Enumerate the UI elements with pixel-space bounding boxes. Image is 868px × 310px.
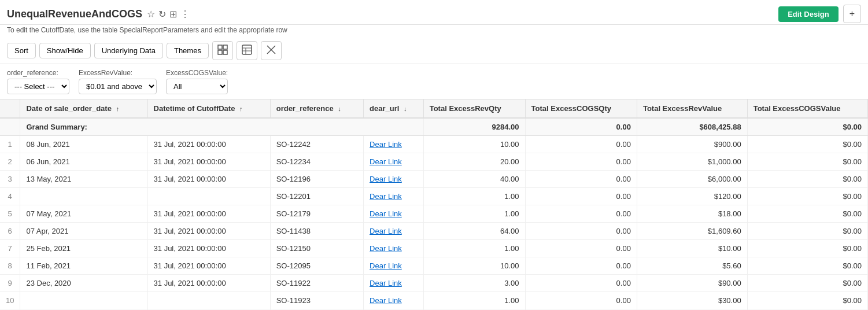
- svg-rect-4: [242, 45, 252, 54]
- table-row: 507 May, 202131 Jul, 2021 00:00:00SO-121…: [0, 205, 868, 223]
- total-excess-cogs-qty-cell: 0.00: [525, 205, 637, 223]
- grand-summary-row: Grand Summary: 9284.00 0.00 $608,425.88 …: [0, 118, 868, 136]
- total-excess-rev-value-cell: $90.00: [637, 275, 747, 292]
- total-excess-rev-qty-cell: 1.00: [423, 292, 525, 309]
- total-excess-cogs-qty-cell: 0.00: [525, 292, 637, 309]
- grid-icon[interactable]: ⊞: [169, 9, 177, 20]
- excess-cogs-value-select[interactable]: All: [166, 79, 228, 94]
- col-header-total-excess-rev-value[interactable]: Total ExcessRevValue: [637, 99, 747, 118]
- table-row: 725 Feb, 202131 Jul, 2021 00:00:00SO-121…: [0, 240, 868, 257]
- total-excess-cogs-qty-cell: 0.00: [525, 136, 637, 153]
- table-view-button[interactable]: [212, 41, 233, 60]
- date-sale-cell: 25 Feb, 2021: [20, 240, 147, 257]
- total-excess-rev-qty-cell: 40.00: [423, 171, 525, 188]
- excess-rev-value-select[interactable]: $0.01 and above: [79, 79, 157, 94]
- total-excess-rev-qty-cell: 1.00: [423, 240, 525, 257]
- total-excess-cogs-value-cell: $0.00: [747, 223, 867, 240]
- row-num-cell: 7: [0, 240, 20, 257]
- total-excess-rev-qty-cell: 10.00: [423, 136, 525, 153]
- header-bar: UnequalRevenueAndCOGS ☆ ↻ ⊞ ⋮ Edit Desig…: [0, 0, 868, 25]
- datetime-cutoff-cell: 31 Jul, 2021 00:00:00: [147, 153, 270, 171]
- total-excess-rev-qty-cell: 64.00: [423, 223, 525, 240]
- filters-bar: order_reference: --- Select --- ExcessRe…: [0, 64, 868, 99]
- dear-url-cell[interactable]: Dear Link: [364, 240, 424, 257]
- date-sale-cell: 08 Jun, 2021: [20, 136, 147, 153]
- total-excess-rev-qty-cell: 1.00: [423, 188, 525, 205]
- col-header-datetime-cutoff[interactable]: Datetime of CutoffDate ↑: [147, 99, 270, 118]
- expand-button[interactable]: [261, 41, 282, 60]
- star-icon[interactable]: ☆: [147, 9, 155, 20]
- order-reference-select[interactable]: --- Select ---: [7, 79, 69, 94]
- order-reference-label: order_reference:: [7, 69, 69, 77]
- dear-url-cell[interactable]: Dear Link: [364, 223, 424, 240]
- total-excess-rev-value-cell: $30.00: [637, 292, 747, 309]
- total-excess-rev-qty-cell: 1.00: [423, 205, 525, 223]
- grand-summary-label: Grand Summary:: [20, 118, 423, 136]
- table-row: 313 May, 202131 Jul, 2021 00:00:00SO-121…: [0, 171, 868, 188]
- col-header-total-excess-rev-qty[interactable]: Total ExcessRevQty: [423, 99, 525, 118]
- row-num-cell: 4: [0, 188, 20, 205]
- add-button[interactable]: +: [843, 5, 861, 23]
- total-excess-cogs-value-cell: $0.00: [747, 171, 867, 188]
- themes-button[interactable]: Themes: [167, 43, 209, 58]
- more-icon[interactable]: ⋮: [180, 9, 190, 20]
- total-excess-cogs-value-cell: $0.00: [747, 292, 867, 309]
- total-excess-rev-qty-cell: 10.00: [423, 257, 525, 275]
- svg-rect-1: [223, 45, 227, 49]
- dear-url-cell[interactable]: Dear Link: [364, 292, 424, 309]
- col-header-date-sale[interactable]: Date of sale_order_date ↑: [20, 99, 147, 118]
- svg-rect-3: [223, 50, 227, 54]
- col-header-total-excess-cogs-value[interactable]: Total ExcessCOGSValue: [747, 99, 867, 118]
- order-reference-cell: SO-12234: [270, 153, 363, 171]
- col-header-total-excess-cogs-qty[interactable]: Total ExcessCOGSQty: [525, 99, 637, 118]
- datetime-cutoff-cell: 31 Jul, 2021 00:00:00: [147, 205, 270, 223]
- total-excess-cogs-qty-cell: 0.00: [525, 171, 637, 188]
- excess-cogs-value-filter: ExcessCOGSValue: All: [166, 69, 228, 94]
- calc-view-button[interactable]: [237, 41, 257, 60]
- total-excess-rev-value-cell: $120.00: [637, 188, 747, 205]
- datetime-cutoff-cell: [147, 292, 270, 309]
- excess-rev-value-filter: ExcessRevValue: $0.01 and above: [79, 69, 157, 94]
- order-reference-cell: SO-11438: [270, 223, 363, 240]
- dear-url-cell[interactable]: Dear Link: [364, 153, 424, 171]
- sort-arrow-date-sale: ↑: [116, 105, 120, 112]
- underlying-data-button[interactable]: Underlying Data: [94, 43, 163, 58]
- total-excess-rev-value-cell: $1,609.60: [637, 223, 747, 240]
- edit-design-button[interactable]: Edit Design: [778, 6, 839, 22]
- table-wrapper: Date of sale_order_date ↑ Datetime of Cu…: [0, 99, 868, 310]
- dear-url-cell[interactable]: Dear Link: [364, 188, 424, 205]
- total-excess-rev-value-cell: $6,000.00: [637, 171, 747, 188]
- datetime-cutoff-cell: [147, 188, 270, 205]
- total-excess-rev-value-cell: $5.60: [637, 257, 747, 275]
- order-reference-cell: SO-12242: [270, 136, 363, 153]
- grand-summary-rev-value: $608,425.88: [637, 118, 747, 136]
- date-sale-cell: [20, 292, 147, 309]
- total-excess-rev-qty-cell: 3.00: [423, 275, 525, 292]
- header-icons: ☆ ↻ ⊞ ⋮: [147, 9, 190, 20]
- order-reference-cell: SO-12179: [270, 205, 363, 223]
- subtitle: To edit the CutoffDate, use the table Sp…: [0, 25, 868, 38]
- dear-url-cell[interactable]: Dear Link: [364, 136, 424, 153]
- show-hide-button[interactable]: Show/Hide: [39, 43, 91, 58]
- total-excess-rev-value-cell: $1,000.00: [637, 153, 747, 171]
- page-title: UnequalRevenueAndCOGS: [7, 8, 142, 20]
- dear-url-cell[interactable]: Dear Link: [364, 275, 424, 292]
- col-header-order-reference[interactable]: order_reference ↓: [270, 99, 363, 118]
- sort-button[interactable]: Sort: [7, 43, 36, 58]
- table-row: 607 Apr, 202131 Jul, 2021 00:00:00SO-114…: [0, 223, 868, 240]
- dear-url-cell[interactable]: Dear Link: [364, 205, 424, 223]
- excess-rev-value-label: ExcessRevValue:: [79, 69, 157, 77]
- grand-summary-rev-qty: 9284.00: [423, 118, 525, 136]
- refresh-icon[interactable]: ↻: [158, 9, 166, 20]
- dear-url-cell[interactable]: Dear Link: [364, 171, 424, 188]
- table-row: 10SO-11923Dear Link1.000.00$30.00$0.00: [0, 292, 868, 309]
- svg-rect-2: [218, 50, 222, 54]
- row-num-cell: 9: [0, 275, 20, 292]
- date-sale-cell: 06 Jun, 2021: [20, 153, 147, 171]
- table-row: 4SO-12201Dear Link1.000.00$120.00$0.00: [0, 188, 868, 205]
- grand-summary-cogs-value: $0.00: [747, 118, 867, 136]
- dear-url-cell[interactable]: Dear Link: [364, 257, 424, 275]
- datetime-cutoff-cell: 31 Jul, 2021 00:00:00: [147, 275, 270, 292]
- data-table: Date of sale_order_date ↑ Datetime of Cu…: [0, 99, 868, 310]
- col-header-dear-url[interactable]: dear_url ↓: [364, 99, 424, 118]
